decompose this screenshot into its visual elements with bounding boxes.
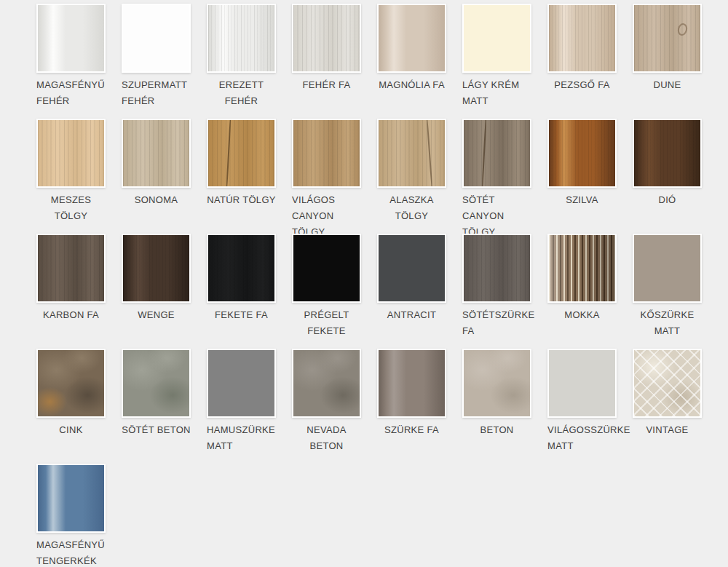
swatch-tile-feher-fa[interactable]	[292, 4, 361, 73]
swatch-label-line: FEHÉR	[36, 93, 106, 109]
swatch-cell-feher-fa: FEHÉR FA	[292, 4, 361, 119]
swatch-label-line: FA	[462, 323, 531, 339]
swatch-tile-mokka[interactable]	[547, 234, 617, 303]
swatch-cell-vilagos-canyon-tolgy: VILÁGOSCANYON TÖLGY	[292, 119, 361, 234]
swatch-label: MAGNÓLIA FA	[377, 77, 446, 93]
swatch-cell-magnolia-fa: MAGNÓLIA FA	[377, 4, 446, 119]
swatch-tile-magasfenyu-feher[interactable]	[36, 4, 106, 73]
swatch-cell-dio: DIÓ	[633, 119, 702, 234]
swatch-cell-alaszka-tolgy: ALASZKA TÖLGY	[377, 119, 446, 234]
swatch-label-line: VILÁGOS	[292, 192, 361, 208]
swatch-label: VINTAGE	[633, 422, 702, 438]
swatch-label-line: SÖTÉT CANYON	[462, 192, 531, 224]
swatch-cell-magasfenyu-feher: MAGASFÉNYŰFEHÉR	[36, 4, 106, 119]
swatch-label: SONOMA	[122, 192, 191, 208]
swatch-label: PRÉGELT FEKETE	[292, 307, 361, 339]
swatch-cell-koszurke-matt: KŐSZÜRKE MATT	[633, 234, 702, 349]
swatch-cell-pezsgo-fa: PEZSGŐ FA	[547, 4, 617, 119]
swatch-label-line: TENGERKÉK	[36, 553, 106, 567]
swatch-tile-fekete-fa[interactable]	[207, 234, 276, 303]
swatch-tile-karbon-fa[interactable]	[36, 234, 106, 303]
swatch-label-line: SZUPERMATT	[122, 77, 191, 93]
swatch-label-line: WENGE	[122, 307, 191, 323]
swatch-label: PEZSGŐ FA	[547, 77, 617, 93]
swatch-tile-szupermatt-feher[interactable]	[122, 4, 191, 73]
swatch-label-line: FEHÉR FA	[292, 77, 361, 93]
swatch-tile-szurke-fa[interactable]	[377, 349, 446, 418]
swatch-label-line: MAGNÓLIA FA	[377, 77, 446, 93]
swatch-cell-karbon-fa: KARBON FA	[36, 234, 106, 349]
swatch-label: SÖTÉTSZÜRKEFA	[462, 307, 531, 339]
swatch-tile-natur-tolgy[interactable]	[207, 119, 276, 188]
swatch-tile-sotetszurke-fa[interactable]	[462, 234, 531, 303]
swatch-tile-szilva[interactable]	[547, 119, 617, 188]
swatch-cell-lagy-krem-matt: LÁGY KRÉMMATT	[462, 4, 531, 119]
swatch-label-line: VINTAGE	[633, 422, 702, 438]
swatch-label: BETON	[462, 422, 531, 438]
swatch-tile-sonoma[interactable]	[122, 119, 191, 188]
swatch-tile-pezsgo-fa[interactable]	[547, 4, 617, 73]
swatch-label-line: NEVADA BETON	[292, 422, 361, 454]
swatch-tile-cink[interactable]	[36, 349, 106, 418]
swatch-cell-sotet-beton: SÖTÉT BETON	[122, 349, 191, 464]
swatch-label: KŐSZÜRKE MATT	[633, 307, 702, 339]
swatch-cell-antracit: ANTRACIT	[377, 234, 446, 349]
swatch-cell-sotetszurke-fa: SÖTÉTSZÜRKEFA	[462, 234, 531, 349]
swatch-label: SZÜRKE FA	[377, 422, 446, 438]
swatch-tile-pregelt-fekete[interactable]	[292, 234, 361, 303]
swatch-tile-lagy-krem-matt[interactable]	[462, 4, 531, 73]
swatch-label: EREZETT FEHÉR	[207, 77, 276, 109]
swatch-label-line: KŐSZÜRKE MATT	[633, 307, 702, 339]
swatch-cell-cink: CINK	[36, 349, 106, 464]
swatch-label-line: MATT	[462, 93, 531, 109]
swatch-label-line: MOKKA	[547, 307, 617, 323]
swatch-label: HAMUSZÜRKEMATT	[207, 422, 276, 454]
swatch-label-line: NATÚR TÖLGY	[207, 192, 276, 208]
swatch-label: MAGASFÉNYŰTENGERKÉK	[36, 537, 106, 567]
swatch-tile-erezett-feher[interactable]	[207, 4, 276, 73]
swatch-label-line: PRÉGELT FEKETE	[292, 307, 361, 339]
swatch-tile-antracit[interactable]	[377, 234, 446, 303]
swatch-tile-magnolia-fa[interactable]	[377, 4, 446, 73]
swatch-label-line: SÖTÉTSZÜRKE	[462, 307, 531, 323]
swatch-label-line: SZÜRKE FA	[377, 422, 446, 438]
swatch-label: MAGASFÉNYŰFEHÉR	[36, 77, 106, 109]
swatch-tile-sotet-canyon-tolgy[interactable]	[462, 119, 531, 188]
swatch-tile-meszes-tolgy[interactable]	[36, 119, 106, 188]
swatch-cell-natur-tolgy: NATÚR TÖLGY	[207, 119, 276, 234]
swatch-tile-sotet-beton[interactable]	[122, 349, 191, 418]
swatch-label-line: CINK	[36, 422, 106, 438]
swatch-label-line: FEKETE FA	[207, 307, 276, 323]
swatch-label: MESZES TÖLGY	[36, 192, 106, 224]
swatch-cell-pregelt-fekete: PRÉGELT FEKETE	[292, 234, 361, 349]
swatch-tile-magasfenyu-tengerkek[interactable]	[36, 464, 106, 533]
swatch-cell-dune: DUNE	[633, 4, 702, 119]
swatch-cell-wenge: WENGE	[122, 234, 191, 349]
swatch-tile-nevada-beton[interactable]	[292, 349, 361, 418]
swatch-tile-wenge[interactable]	[122, 234, 191, 303]
swatch-label-line: HAMUSZÜRKE	[207, 422, 276, 438]
swatch-label-line: ANTRACIT	[377, 307, 446, 323]
swatch-tile-vilagosszurke-matt[interactable]	[547, 349, 617, 418]
swatch-label: SZILVA	[547, 192, 617, 208]
swatch-label-line: MAGASFÉNYŰ	[36, 537, 106, 553]
swatch-tile-koszurke-matt[interactable]	[633, 234, 702, 303]
swatch-label-line: VILÁGOSSZÜRKE	[547, 422, 617, 438]
swatch-label-line: SÖTÉT BETON	[122, 422, 191, 438]
swatch-label-line: KARBON FA	[36, 307, 106, 323]
swatch-label-line: DIÓ	[633, 192, 702, 208]
swatch-cell-erezett-feher: EREZETT FEHÉR	[207, 4, 276, 119]
swatch-cell-szupermatt-feher: SZUPERMATTFEHÉR	[122, 4, 191, 119]
swatch-label-line: MATT	[547, 438, 617, 454]
swatch-cell-sotet-canyon-tolgy: SÖTÉT CANYONTÖLGY	[462, 119, 531, 234]
swatch-tile-vilagos-canyon-tolgy[interactable]	[292, 119, 361, 188]
swatch-tile-vintage[interactable]	[633, 349, 702, 418]
swatch-tile-dio[interactable]	[633, 119, 702, 188]
swatch-cell-mokka: MOKKA	[547, 234, 617, 349]
swatch-tile-dune[interactable]	[633, 4, 702, 73]
swatch-tile-beton[interactable]	[462, 349, 531, 418]
swatch-tile-alaszka-tolgy[interactable]	[377, 119, 446, 188]
swatch-tile-hamuszurke-matt[interactable]	[207, 349, 276, 418]
swatch-label-line: PEZSGŐ FA	[547, 77, 617, 93]
swatch-grid: MAGASFÉNYŰFEHÉR SZUPERMATTFEHÉR EREZETT …	[0, 0, 728, 567]
